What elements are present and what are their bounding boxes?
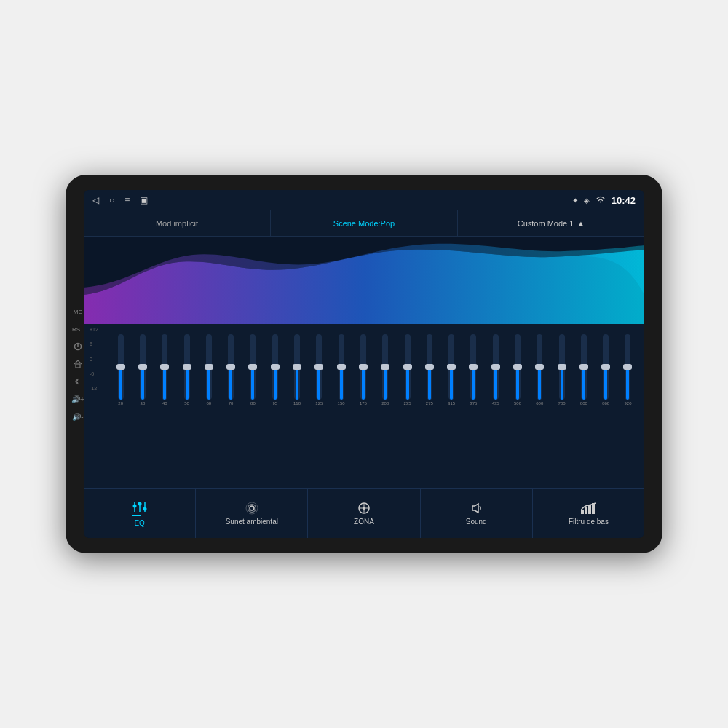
vol-down-button[interactable]: 🔊-: [71, 410, 84, 423]
slider-thumb-50[interactable]: [183, 364, 191, 370]
scene-mode-btn[interactable]: Scene Mode:Pop: [271, 210, 458, 236]
wifi-icon: [596, 196, 606, 205]
mod-implicit-btn[interactable]: Mod implicit: [84, 210, 271, 236]
slider-track-175[interactable]: [360, 334, 366, 400]
slider-thumb-315[interactable]: [447, 364, 456, 370]
slider-track-920[interactable]: [625, 334, 630, 400]
slider-thumb-95[interactable]: [271, 364, 280, 370]
slider-thumb-860[interactable]: [601, 364, 610, 370]
slider-track-40[interactable]: [162, 334, 167, 400]
slider-track-375[interactable]: [470, 334, 476, 400]
slider-col-375[interactable]: [463, 334, 484, 400]
slider-thumb-80[interactable]: [248, 364, 257, 370]
slider-track-70[interactable]: [228, 334, 234, 400]
back-button[interactable]: [71, 375, 84, 388]
home-button[interactable]: [71, 357, 84, 371]
slider-thumb-20[interactable]: [116, 364, 125, 370]
slider-fill-50: [186, 367, 189, 400]
slider-thumb-175[interactable]: [359, 364, 368, 370]
slider-track-800[interactable]: [581, 334, 587, 400]
slider-thumb-600[interactable]: [535, 364, 544, 370]
slider-track-500[interactable]: [515, 334, 521, 400]
slider-col-30[interactable]: [132, 334, 153, 400]
slider-track-110[interactable]: [294, 334, 300, 400]
slider-track-50[interactable]: [184, 334, 190, 400]
slider-thumb-235[interactable]: [403, 364, 412, 370]
tab-sunet[interactable]: Sunet ambiental: [196, 489, 308, 538]
slider-track-435[interactable]: [493, 334, 499, 400]
slider-track-125[interactable]: [316, 334, 322, 400]
slider-col-125[interactable]: [309, 334, 330, 400]
tab-eq[interactable]: EQ: [84, 489, 196, 538]
slider-col-50[interactable]: [176, 334, 197, 400]
slider-thumb-200[interactable]: [381, 364, 389, 370]
mic-button[interactable]: MC: [71, 305, 84, 318]
slider-col-60[interactable]: [198, 334, 219, 400]
slider-col-700[interactable]: [551, 334, 572, 400]
status-right: ✦ ◈ 10:42: [572, 195, 636, 206]
slider-track-315[interactable]: [448, 334, 454, 400]
slider-thumb-500[interactable]: [513, 364, 522, 370]
slider-col-80[interactable]: [242, 334, 264, 400]
vol-up-button[interactable]: 🔊+: [71, 392, 84, 405]
slider-track-150[interactable]: [339, 334, 344, 400]
slider-col-175[interactable]: [352, 334, 373, 400]
slider-fill-150: [340, 367, 343, 400]
custom-mode-btn[interactable]: Custom Mode 1 ▲: [458, 210, 644, 236]
slider-col-435[interactable]: [485, 334, 506, 400]
slider-col-275[interactable]: [419, 334, 440, 400]
mode-bar: Mod implicit Scene Mode:Pop Custom Mode …: [84, 210, 644, 237]
slider-track-20[interactable]: [118, 334, 124, 400]
slider-col-235[interactable]: [397, 334, 418, 400]
slider-thumb-60[interactable]: [205, 364, 213, 370]
slider-col-40[interactable]: [154, 334, 175, 400]
slider-track-80[interactable]: [250, 334, 256, 400]
tab-zona[interactable]: ZONA: [308, 489, 420, 538]
slider-track-700[interactable]: [559, 334, 565, 400]
slider-thumb-150[interactable]: [337, 364, 346, 370]
slider-track-600[interactable]: [537, 334, 542, 400]
slider-col-110[interactable]: [286, 334, 307, 400]
slider-col-70[interactable]: [220, 334, 241, 400]
slider-fill-60: [207, 367, 210, 400]
slider-col-315[interactable]: [440, 334, 462, 400]
slider-thumb-920[interactable]: [623, 364, 632, 370]
tab-filtru[interactable]: Filtru de bas: [533, 489, 644, 538]
slider-col-860[interactable]: [596, 334, 617, 400]
slider-thumb-800[interactable]: [579, 364, 588, 370]
rst-button[interactable]: RST: [71, 323, 84, 336]
slider-col-150[interactable]: [331, 334, 352, 400]
slider-track-95[interactable]: [272, 334, 278, 400]
slider-thumb-40[interactable]: [160, 364, 169, 370]
slider-track-860[interactable]: [603, 334, 609, 400]
menu-nav-icon[interactable]: ≡: [124, 195, 130, 205]
tab-sound[interactable]: Sound: [421, 489, 533, 538]
slider-thumb-30[interactable]: [138, 364, 147, 370]
slider-track-30[interactable]: [140, 334, 146, 400]
slider-col-500[interactable]: [507, 334, 528, 400]
slider-thumb-275[interactable]: [425, 364, 434, 370]
slider-track-60[interactable]: [206, 334, 212, 400]
slider-thumb-125[interactable]: [314, 364, 323, 370]
tab-zona-label: ZONA: [354, 518, 374, 526]
slider-track-275[interactable]: [427, 334, 432, 400]
home-nav-icon[interactable]: ○: [109, 195, 114, 205]
slider-col-800[interactable]: [573, 334, 594, 400]
slider-thumb-375[interactable]: [469, 364, 478, 370]
slider-col-600[interactable]: [529, 334, 550, 400]
back-nav-icon[interactable]: ◁: [92, 195, 99, 205]
recent-nav-icon[interactable]: ▣: [140, 195, 148, 205]
slider-col-920[interactable]: [617, 334, 638, 400]
freq-label-275: 275: [419, 401, 440, 405]
slider-col-95[interactable]: [264, 334, 285, 400]
db-label-neg6: -6: [90, 371, 98, 376]
slider-thumb-70[interactable]: [226, 364, 235, 370]
power-button[interactable]: [71, 340, 84, 353]
slider-track-235[interactable]: [405, 334, 411, 400]
slider-thumb-435[interactable]: [491, 364, 500, 370]
slider-col-200[interactable]: [375, 334, 396, 400]
slider-col-20[interactable]: [110, 334, 131, 400]
slider-track-200[interactable]: [382, 334, 388, 400]
slider-thumb-700[interactable]: [558, 364, 566, 370]
slider-thumb-110[interactable]: [293, 364, 301, 370]
